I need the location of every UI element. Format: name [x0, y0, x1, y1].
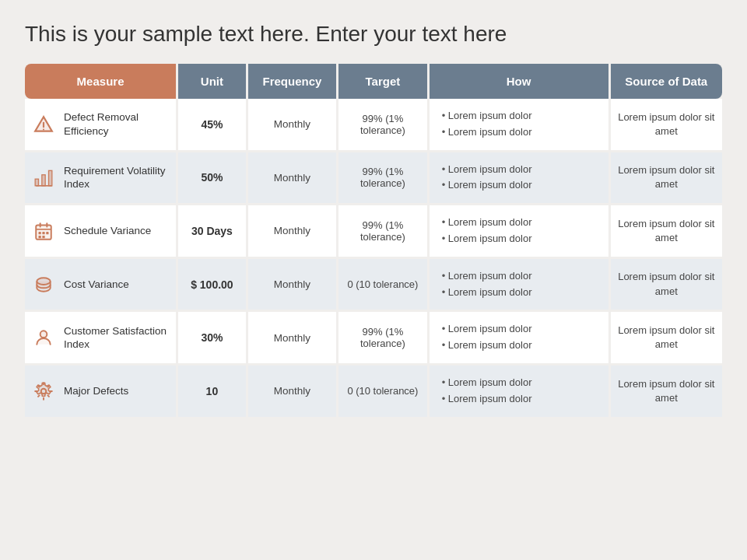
- measure-name: Defect Removal Efficiency: [64, 110, 170, 138]
- svg-rect-16: [46, 232, 48, 234]
- measure-name: Customer Satisfaction Index: [64, 324, 170, 352]
- svg-rect-9: [49, 171, 52, 187]
- header-source: Source of Data: [611, 64, 722, 99]
- svg-rect-8: [42, 175, 45, 186]
- svg-point-20: [40, 331, 47, 338]
- how-cell: Lorem ipsum dolorLorem ipsum dolor: [430, 152, 611, 206]
- how-cell: Lorem ipsum dolorLorem ipsum dolor: [430, 259, 611, 313]
- measure-name: Schedule Variance: [64, 224, 151, 238]
- header-measure: Measure: [25, 64, 178, 99]
- unit-cell: 10: [178, 366, 248, 419]
- money-icon: [31, 272, 56, 297]
- unit-cell: 30 Days: [178, 205, 248, 259]
- svg-rect-15: [42, 232, 44, 234]
- how-item: Lorem ipsum dolor: [442, 231, 602, 247]
- measure-name: Major Defects: [64, 384, 128, 398]
- how-item: Lorem ipsum dolor: [442, 338, 602, 354]
- measure-cell-requirement-volatility: Requirement Volatility Index: [25, 152, 178, 206]
- header-frequency: Frequency: [248, 64, 338, 99]
- how-item: Lorem ipsum dolor: [442, 268, 602, 285]
- unit-cell: 45%: [178, 99, 248, 152]
- target-cell: 99% (1% tolerance): [338, 152, 429, 206]
- user-icon: [31, 325, 56, 350]
- table-row: Major Defects10Monthly0 (10 tolerance)Lo…: [25, 366, 722, 419]
- table-row: Requirement Volatility Index50%Monthly99…: [25, 152, 722, 206]
- source-cell: Lorem ipsum dolor sit amet: [611, 205, 722, 259]
- how-item: Lorem ipsum dolor: [442, 162, 602, 178]
- frequency-cell: Monthly: [248, 312, 338, 366]
- metrics-table: Measure Unit Frequency Target How Source…: [25, 64, 722, 419]
- frequency-cell: Monthly: [248, 152, 338, 206]
- unit-cell: 30%: [178, 312, 248, 366]
- page-title: This is your sample text here. Enter you…: [25, 22, 722, 47]
- frequency-cell: Monthly: [248, 205, 338, 259]
- measure-name: Requirement Volatility Index: [64, 164, 170, 191]
- gear-icon: [31, 379, 56, 404]
- frequency-cell: Monthly: [248, 366, 338, 419]
- how-cell: Lorem ipsum dolorLorem ipsum dolor: [430, 366, 611, 419]
- svg-point-6: [43, 128, 44, 130]
- source-cell: Lorem ipsum dolor sit amet: [611, 259, 722, 313]
- how-cell: Lorem ipsum dolorLorem ipsum dolor: [430, 205, 611, 259]
- svg-rect-14: [39, 232, 41, 234]
- measure-cell-defect-removal: Defect Removal Efficiency: [25, 99, 178, 152]
- how-item: Lorem ipsum dolor: [442, 375, 602, 391]
- how-item: Lorem ipsum dolor: [442, 321, 602, 338]
- header-how: How: [430, 64, 611, 99]
- target-cell: 0 (10 tolerance): [338, 259, 429, 313]
- how-item: Lorem ipsum dolor: [442, 391, 602, 408]
- measure-cell-major-defects: Major Defects: [25, 366, 178, 419]
- calendar-icon: [31, 219, 56, 243]
- how-cell: Lorem ipsum dolorLorem ipsum dolor: [430, 99, 611, 152]
- how-item: Lorem ipsum dolor: [442, 108, 602, 124]
- target-cell: 99% (1% tolerance): [338, 99, 429, 152]
- unit-cell: $ 100.00: [178, 259, 248, 313]
- table-row: Schedule Variance30 DaysMonthly99% (1% t…: [25, 205, 722, 259]
- header-unit: Unit: [178, 64, 248, 99]
- measure-cell-cost-variance: Cost Variance: [25, 259, 178, 313]
- warning-icon: [31, 112, 56, 137]
- frequency-cell: Monthly: [248, 99, 338, 152]
- source-cell: Lorem ipsum dolor sit amet: [611, 312, 722, 366]
- chart-icon: [31, 165, 56, 190]
- header-target: Target: [338, 64, 429, 99]
- source-cell: Lorem ipsum dolor sit amet: [611, 366, 722, 419]
- target-cell: 0 (10 tolerance): [338, 366, 429, 419]
- table-row: Defect Removal Efficiency45%Monthly99% (…: [25, 99, 722, 152]
- svg-rect-7: [35, 180, 38, 187]
- svg-rect-17: [39, 236, 41, 238]
- how-cell: Lorem ipsum dolorLorem ipsum dolor: [430, 312, 611, 366]
- table-row: Cost Variance$ 100.00Monthly0 (10 tolera…: [25, 259, 722, 313]
- target-cell: 99% (1% tolerance): [338, 205, 429, 259]
- measure-name: Cost Variance: [64, 278, 129, 292]
- how-item: Lorem ipsum dolor: [442, 177, 602, 194]
- how-item: Lorem ipsum dolor: [442, 215, 602, 231]
- target-cell: 99% (1% tolerance): [338, 312, 429, 366]
- how-item: Lorem ipsum dolor: [442, 285, 602, 301]
- how-item: Lorem ipsum dolor: [442, 124, 602, 141]
- source-cell: Lorem ipsum dolor sit amet: [611, 99, 722, 152]
- frequency-cell: Monthly: [248, 259, 338, 313]
- table-row: Customer Satisfaction Index30%Monthly99%…: [25, 312, 722, 366]
- unit-cell: 50%: [178, 152, 248, 206]
- svg-rect-18: [42, 236, 44, 238]
- measure-cell-schedule-variance: Schedule Variance: [25, 205, 178, 259]
- measure-cell-customer-satisfaction: Customer Satisfaction Index: [25, 312, 178, 366]
- source-cell: Lorem ipsum dolor sit amet: [611, 152, 722, 206]
